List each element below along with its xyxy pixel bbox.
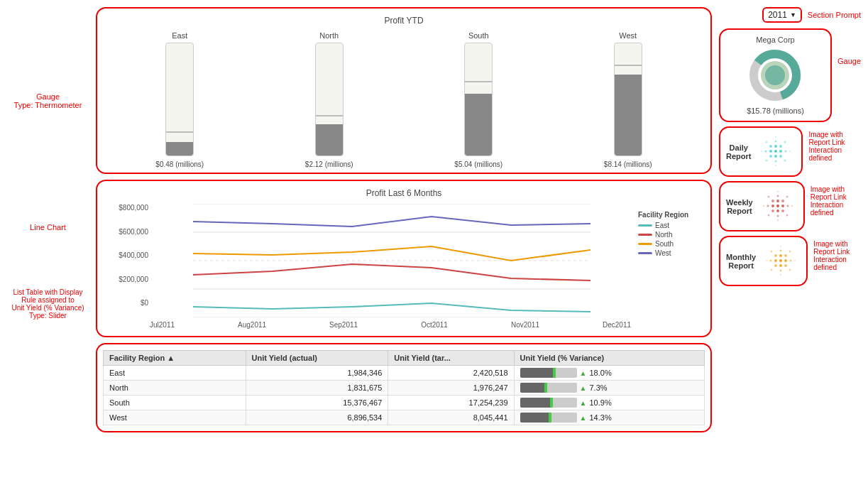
legend-north: North bbox=[638, 231, 702, 239]
therm-west-target bbox=[615, 65, 642, 66]
svg-point-13 bbox=[779, 150, 782, 153]
slider-east[interactable] bbox=[520, 368, 577, 378]
slider-west-fill bbox=[520, 413, 550, 423]
svg-point-41 bbox=[767, 205, 769, 207]
cell-region-east: East bbox=[104, 366, 246, 381]
col-facility-region[interactable]: Facility Region ▲ bbox=[104, 351, 246, 366]
line-east bbox=[193, 303, 590, 312]
cell-actual-north: 1,831,675 bbox=[246, 381, 388, 396]
section-prompt-label: Section Prompt bbox=[808, 11, 861, 19]
legend-south: South bbox=[638, 240, 702, 248]
table-row: East 1,984,346 2,420,518 ▲ 18.0% bbox=[104, 366, 705, 381]
svg-point-19 bbox=[775, 160, 777, 163]
weekly-report-image bbox=[759, 187, 798, 226]
svg-point-61 bbox=[780, 270, 782, 272]
slider-north[interactable] bbox=[520, 383, 577, 393]
profit-ytd-section: Profit YTD East $0.48 (millions) North bbox=[96, 7, 712, 174]
annotation-line-chart: Line Chart bbox=[7, 223, 89, 231]
weekly-report-box[interactable]: Weekly Report bbox=[719, 181, 805, 231]
svg-point-23 bbox=[784, 141, 786, 143]
legend-north-color bbox=[638, 234, 652, 236]
variance-south: 10.9% bbox=[589, 398, 611, 407]
svg-point-46 bbox=[786, 214, 788, 217]
cell-variance-south: ▲ 10.9% bbox=[514, 396, 704, 410]
annotation-weekly-image: Image with Report LinkInteraction define… bbox=[811, 185, 861, 217]
thermometers-row: East $0.48 (millions) North $2.12 (milli… bbox=[109, 31, 699, 168]
therm-north-fill bbox=[316, 124, 343, 156]
table-section: Facility Region ▲ Unit Yield (actual) Un… bbox=[96, 343, 712, 432]
monthly-report-image bbox=[762, 241, 801, 280]
therm-south-value: $5.04 (millions) bbox=[454, 160, 502, 168]
annotation-gauge-therm: GaugeType: Thermometer bbox=[7, 92, 89, 109]
gauge-svg bbox=[747, 47, 803, 104]
cell-region-south: South bbox=[104, 396, 246, 410]
svg-point-27 bbox=[789, 151, 791, 152]
cell-target-north: 1,976,247 bbox=[388, 381, 514, 396]
annotation-daily-image: Image with Report LinkInteraction define… bbox=[808, 131, 861, 162]
slider-south-mark bbox=[550, 398, 553, 408]
annotation-gauge-right: Gauge bbox=[837, 57, 861, 65]
therm-east-bar bbox=[165, 43, 194, 156]
linechart-section: Profit Last 6 Months $800,000 $600,000 $… bbox=[96, 180, 712, 337]
svg-point-38 bbox=[781, 209, 784, 212]
cell-target-east: 2,420,518 bbox=[388, 366, 514, 381]
svg-point-54 bbox=[774, 259, 777, 262]
legend-west-label: West bbox=[655, 249, 671, 257]
y-label-600k: $600,000 bbox=[119, 228, 148, 236]
therm-south-bar bbox=[464, 43, 493, 156]
daily-report-box[interactable]: Daily Report bbox=[719, 126, 803, 177]
svg-point-49 bbox=[777, 191, 779, 192]
legend-east-color bbox=[638, 224, 652, 227]
center-content: Profit YTD East $0.48 (millions) North bbox=[96, 7, 712, 432]
right-panel: 2011 ▼ Section Prompt Mega Corp $15.78 bbox=[719, 7, 861, 432]
svg-point-68 bbox=[766, 260, 767, 261]
svg-point-9 bbox=[774, 150, 777, 153]
cell-region-west: West bbox=[104, 410, 246, 425]
weekly-report-title: Weekly Report bbox=[726, 198, 753, 215]
svg-point-37 bbox=[771, 209, 774, 212]
line-west bbox=[193, 217, 590, 227]
cell-variance-north: ▲ 7.3% bbox=[514, 381, 704, 396]
svg-point-56 bbox=[774, 254, 777, 257]
svg-point-44 bbox=[786, 196, 788, 198]
svg-point-26 bbox=[761, 151, 762, 152]
svg-point-69 bbox=[794, 260, 796, 261]
year-value: 2011 bbox=[768, 10, 787, 20]
legend-west: West bbox=[638, 249, 702, 257]
daily-report-title: Daily Report bbox=[726, 143, 751, 160]
svg-point-67 bbox=[789, 269, 791, 271]
svg-point-12 bbox=[769, 150, 772, 153]
chart-area: $800,000 $600,000 $400,000 $200,000 $0 bbox=[106, 204, 702, 320]
col-unit-yield-variance[interactable]: Unit Yield (% Variance) bbox=[514, 351, 704, 366]
slider-west[interactable] bbox=[520, 413, 577, 423]
monthly-report-box[interactable]: Monthly Report bbox=[719, 236, 808, 286]
col-unit-yield-actual[interactable]: Unit Yield (actual) bbox=[246, 351, 388, 366]
legend-east-label: East bbox=[655, 222, 669, 229]
y-label-400k: $400,000 bbox=[119, 251, 148, 259]
svg-point-21 bbox=[785, 151, 787, 153]
therm-west-label: West bbox=[619, 31, 637, 40]
svg-point-20 bbox=[765, 151, 767, 153]
slider-south[interactable] bbox=[520, 398, 577, 408]
svg-point-65 bbox=[789, 251, 791, 253]
cell-actual-south: 15,376,467 bbox=[246, 396, 388, 410]
year-dropdown[interactable]: 2011 ▼ bbox=[762, 7, 802, 23]
legend-title: Facility Region bbox=[638, 211, 702, 219]
cell-variance-west: ▲ 14.3% bbox=[514, 410, 704, 425]
x-sep2011: Sep2011 bbox=[329, 321, 358, 329]
line-south bbox=[193, 246, 590, 261]
svg-point-51 bbox=[779, 259, 782, 262]
slider-east-fill bbox=[520, 368, 554, 378]
svg-point-58 bbox=[774, 264, 777, 267]
annotation-list-table: List Table with DisplayRule assigned toU… bbox=[7, 288, 89, 320]
svg-point-45 bbox=[767, 214, 769, 217]
left-annotations: GaugeType: Thermometer Line Chart List T… bbox=[7, 7, 89, 432]
slider-west-mark bbox=[549, 413, 551, 423]
monthly-report-title: Monthly Report bbox=[726, 253, 756, 270]
svg-point-36 bbox=[781, 200, 784, 202]
col-unit-yield-target[interactable]: Unit Yield (tar... bbox=[388, 351, 514, 366]
x-nov2011: Nov2011 bbox=[511, 321, 539, 329]
daily-report-info: Daily Report bbox=[726, 143, 751, 160]
therm-west-bar bbox=[614, 43, 642, 156]
cell-target-south: 17,254,239 bbox=[388, 396, 514, 410]
